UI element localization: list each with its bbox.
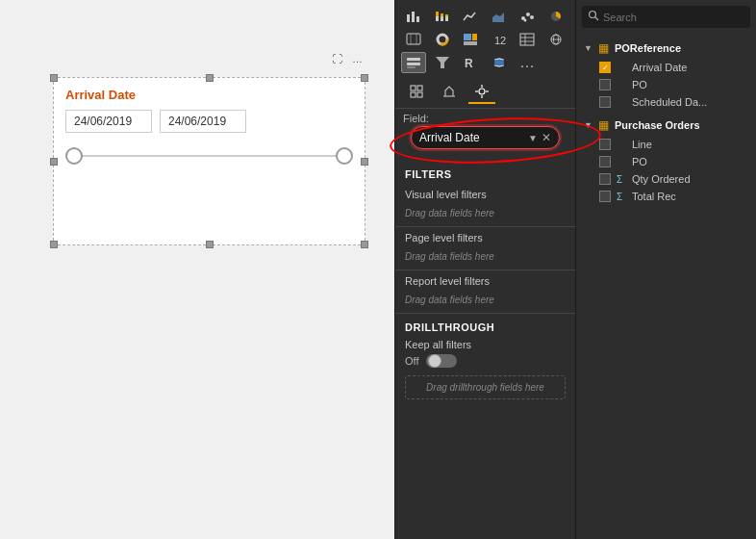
- visual-level-filters[interactable]: Visual level filters: [395, 184, 575, 205]
- toggle-off-label: Off: [405, 355, 418, 367]
- svg-point-11: [526, 13, 530, 16]
- resize-handle-tm[interactable]: [206, 74, 214, 82]
- viz-icon-more[interactable]: …: [515, 52, 540, 73]
- viz-icon-scatter[interactable]: [515, 6, 540, 27]
- report-level-filters[interactable]: Report level filters: [395, 270, 575, 292]
- resize-handle-tr[interactable]: [361, 74, 368, 82]
- toggle-row: Off: [405, 354, 566, 368]
- viz-icon-stacked-bar[interactable]: [430, 6, 455, 27]
- svg-marker-9: [492, 13, 504, 22]
- field-checkbox-arrival-date[interactable]: ✓: [599, 62, 611, 73]
- viz-icon-gauge[interactable]: 123: [487, 29, 512, 50]
- search-input[interactable]: [603, 12, 744, 23]
- close-icon[interactable]: ✕: [542, 131, 551, 144]
- svg-rect-0: [407, 14, 410, 22]
- filters-header: FILTERS: [395, 161, 575, 184]
- viz-icon-globe2[interactable]: [487, 52, 512, 73]
- field-checkbox-po2[interactable]: [599, 156, 611, 167]
- svg-rect-27: [407, 66, 416, 68]
- viz-icon-line[interactable]: [458, 6, 483, 27]
- viz-icon-treemap[interactable]: [458, 29, 483, 50]
- slider-thumb-right[interactable]: [336, 147, 353, 165]
- field-dropdown[interactable]: Arrival Date ▼ ✕: [411, 126, 560, 149]
- svg-rect-34: [417, 92, 422, 97]
- chevron-down-icon: ▼: [528, 133, 538, 143]
- field-row-line[interactable]: Line: [576, 136, 756, 153]
- viz-icon-area[interactable]: [487, 6, 512, 27]
- tab-analytics[interactable]: [468, 81, 495, 104]
- viz-icon-bar[interactable]: [401, 6, 426, 27]
- field-checkbox-scheduled-da[interactable]: [599, 96, 611, 108]
- svg-point-12: [530, 15, 534, 19]
- table-group-purchase-orders: ▼ ▦ Purchase Orders Line PO Σ Qty Ordere…: [576, 115, 756, 205]
- date-end[interactable]: 24/06/2019: [160, 110, 246, 133]
- viz-icon-pie[interactable]: [543, 6, 568, 27]
- field-row-po2[interactable]: PO: [576, 153, 756, 170]
- field-checkbox-qty-ordered[interactable]: [599, 173, 611, 185]
- date-start[interactable]: 24/06/2019: [65, 110, 152, 133]
- svg-text:R: R: [465, 57, 473, 69]
- field-row-scheduled-da[interactable]: Scheduled Da...: [576, 93, 756, 111]
- slider-thumb-left[interactable]: [65, 147, 83, 165]
- resize-handle-mr[interactable]: [361, 158, 368, 166]
- viz-icon-globe[interactable]: [543, 29, 568, 50]
- field-label-qty-ordered: Qty Ordered: [632, 173, 691, 185]
- resize-handle-bm[interactable]: [206, 241, 214, 248]
- report-drag-placeholder: Drag data fields here: [395, 292, 575, 314]
- widget-toolbar: ⛶ …: [330, 51, 365, 66]
- field-row-arrival-date[interactable]: ✓ Arrival Date: [576, 59, 756, 76]
- resize-handle-br[interactable]: [361, 241, 368, 248]
- svg-rect-6: [441, 16, 443, 21]
- search-icon: [588, 10, 599, 24]
- viz-icon-donut[interactable]: [430, 29, 455, 50]
- svg-line-42: [595, 17, 599, 21]
- page-level-filters[interactable]: Page level filters: [395, 227, 575, 248]
- expand-arrow-poreference: ▼: [584, 43, 592, 53]
- resize-handle-tl[interactable]: [50, 74, 58, 82]
- svg-rect-25: [407, 58, 420, 61]
- field-checkbox-total-rec[interactable]: [599, 191, 611, 202]
- field-row-qty-ordered[interactable]: Σ Qty Ordered: [576, 170, 756, 188]
- viz-icon-r-visual[interactable]: R: [458, 52, 483, 73]
- svg-point-41: [590, 12, 596, 18]
- viz-icons-grid-1: [395, 0, 575, 27]
- svg-rect-4: [436, 16, 439, 21]
- widget-more-button[interactable]: …: [350, 51, 365, 66]
- field-checkbox-line[interactable]: [599, 139, 611, 150]
- resize-handle-ml[interactable]: [50, 158, 58, 166]
- slider-track: [65, 155, 353, 157]
- field-label-po: PO: [632, 79, 647, 90]
- svg-rect-8: [445, 16, 448, 21]
- drillthrough-drag-placeholder: Drag drillthrough fields here: [405, 375, 566, 399]
- svg-rect-32: [417, 86, 422, 90]
- field-row-po[interactable]: PO: [576, 76, 756, 93]
- drillthrough-header: DRILLTHROUGH: [405, 321, 566, 333]
- table-group-header-poreference[interactable]: ▼ ▦ POReference: [576, 38, 756, 59]
- field-dropdown-text: Arrival Date: [419, 131, 528, 144]
- widget-focus-button[interactable]: ⛶: [330, 51, 344, 66]
- middle-panel: 123 R … Fi: [394, 0, 575, 539]
- table-icon-poreference: ▦: [598, 41, 609, 55]
- field-label-total-rec: Total Rec: [632, 191, 676, 202]
- svg-rect-1: [412, 12, 415, 22]
- viz-icons-grid-2: 123: [395, 27, 575, 50]
- viz-icon-funnel[interactable]: [430, 52, 455, 73]
- search-bar: [582, 6, 750, 28]
- tab-format[interactable]: [436, 81, 463, 104]
- toggle-switch[interactable]: [426, 354, 457, 368]
- resize-handle-bl[interactable]: [50, 241, 58, 248]
- field-dropdown-container: Arrival Date ▼ ✕: [403, 126, 567, 155]
- tab-fields[interactable]: [403, 81, 430, 104]
- svg-rect-20: [464, 41, 477, 45]
- svg-rect-22: [520, 34, 534, 45]
- field-row-total-rec[interactable]: Σ Total Rec: [576, 188, 756, 205]
- keep-filters-label: Keep all filters: [405, 339, 566, 350]
- viz-icon-table[interactable]: [515, 29, 540, 50]
- svg-rect-7: [445, 14, 448, 16]
- field-type-qty-ordered: Σ: [617, 174, 626, 185]
- viz-icon-slicer[interactable]: [401, 52, 426, 73]
- table-group-header-purchase-orders[interactable]: ▼ ▦ Purchase Orders: [576, 115, 756, 136]
- viz-icon-map[interactable]: [401, 29, 426, 50]
- field-checkbox-po[interactable]: [599, 79, 611, 90]
- viz-tabs: [395, 77, 575, 109]
